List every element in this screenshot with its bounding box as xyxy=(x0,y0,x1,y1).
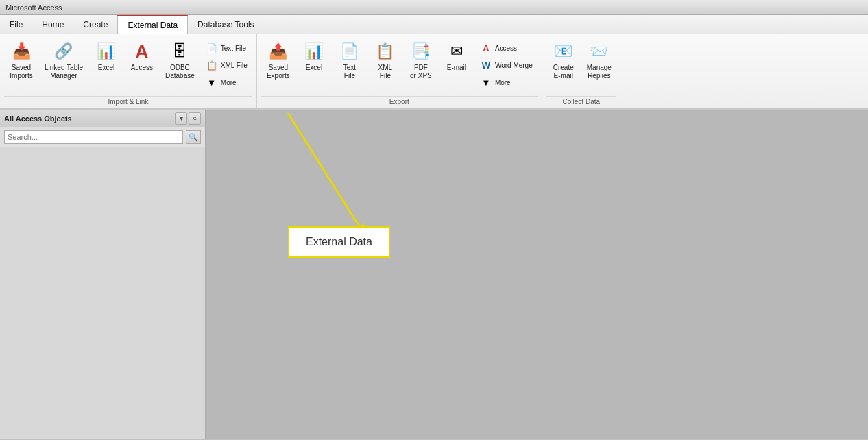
xml-file-import-button[interactable]: 📋 XML File xyxy=(201,57,252,73)
text-file-export-button[interactable]: 📄 TextFile xyxy=(333,37,367,84)
pdf-xps-export-icon: 📑 xyxy=(410,40,432,62)
import-link-content: 📥 SavedImports 🔗 Linked TableManager 📊 E… xyxy=(4,37,252,96)
word-merge-button[interactable]: W Word Merge xyxy=(475,57,538,73)
collect-data-content: 📧 CreateE-mail 📨 ManageReplies xyxy=(546,37,616,96)
text-file-import-icon: 📄 xyxy=(206,42,218,54)
search-bar: 🔍 xyxy=(0,127,205,147)
menu-database-tools[interactable]: Database Tools xyxy=(188,15,264,34)
ribbon-group-import-link: 📥 SavedImports 🔗 Linked TableManager 📊 E… xyxy=(0,34,257,108)
text-file-export-icon: 📄 xyxy=(339,40,361,62)
manage-replies-label: ManageReplies xyxy=(587,64,612,80)
xml-file-export-label: XMLFile xyxy=(378,64,393,80)
menu-create[interactable]: Create xyxy=(73,15,117,34)
saved-imports-button[interactable]: 📥 SavedImports xyxy=(4,37,38,84)
excel-import-button[interactable]: 📊 Excel xyxy=(89,37,123,75)
saved-exports-label: SavedExports xyxy=(267,64,290,80)
text-file-export-label: TextFile xyxy=(343,64,356,80)
sidebar: All Access Objects ▾ « 🔍 xyxy=(0,110,206,439)
menu-bar: File Home Create External Data Database … xyxy=(0,15,868,34)
ribbon-group-collect-data: 📧 CreateE-mail 📨 ManageReplies Collect D… xyxy=(542,34,620,108)
excel-import-icon: 📊 xyxy=(95,40,117,62)
excel-export-icon: 📊 xyxy=(303,40,325,62)
sidebar-expand-button[interactable]: ▾ xyxy=(175,112,187,125)
access-import-icon: A xyxy=(131,40,153,62)
title-bar: Microsoft Access xyxy=(0,0,868,15)
svg-line-0 xyxy=(288,113,363,233)
odbc-database-button[interactable]: 🗄 ODBCDatabase xyxy=(160,37,200,84)
import-small-btns: 📄 Text File 📋 XML File ▼ More xyxy=(201,37,252,90)
import-link-group-label: Import & Link xyxy=(4,96,252,108)
word-merge-icon: W xyxy=(480,59,492,71)
email-export-label: E-mail xyxy=(447,64,466,72)
text-file-import-label: Text File xyxy=(221,45,246,52)
sidebar-title: All Access Objects xyxy=(4,114,72,123)
pdf-xps-export-label: PDFor XPS xyxy=(410,64,432,80)
odbc-icon: 🗄 xyxy=(169,40,191,62)
saved-exports-button[interactable]: 📤 SavedExports xyxy=(261,37,296,84)
title-text: Microsoft Access xyxy=(5,3,62,12)
linked-table-manager-button[interactable]: 🔗 Linked TableManager xyxy=(40,37,88,84)
access-export-button[interactable]: A Access xyxy=(475,40,538,56)
content-area: External Data xyxy=(206,110,868,439)
search-button[interactable]: 🔍 xyxy=(186,130,201,144)
access-export-icon: A xyxy=(480,42,492,54)
xml-file-export-button[interactable]: 📋 XMLFile xyxy=(368,37,402,84)
sidebar-controls: ▾ « xyxy=(175,112,201,125)
menu-home[interactable]: Home xyxy=(32,15,73,34)
linked-table-icon: 🔗 xyxy=(53,40,75,62)
more-export-button[interactable]: ▼ More xyxy=(475,74,538,90)
create-email-button[interactable]: 📧 CreateE-mail xyxy=(546,37,581,84)
ribbon-group-export: 📤 SavedExports 📊 Excel 📄 TextFile 📋 XMLF… xyxy=(257,34,542,108)
more-export-icon: ▼ xyxy=(480,76,492,88)
access-import-label: Access xyxy=(131,64,153,72)
excel-export-label: Excel xyxy=(306,64,322,72)
email-export-icon: ✉ xyxy=(446,40,468,62)
xml-file-import-label: XML File xyxy=(221,62,248,69)
excel-export-button[interactable]: 📊 Excel xyxy=(297,37,331,75)
more-import-label: More xyxy=(221,79,237,86)
create-email-icon: 📧 xyxy=(553,40,575,62)
xml-file-import-icon: 📋 xyxy=(206,59,218,71)
sidebar-content xyxy=(0,147,205,439)
saved-imports-label: SavedImports xyxy=(10,64,32,80)
odbc-label: ODBCDatabase xyxy=(165,64,195,80)
linked-table-label: Linked TableManager xyxy=(45,64,83,80)
more-export-label: More xyxy=(495,79,511,86)
sidebar-collapse-button[interactable]: « xyxy=(189,112,201,125)
pdf-xps-export-button[interactable]: 📑 PDFor XPS xyxy=(404,37,438,84)
menu-file[interactable]: File xyxy=(0,15,32,34)
ribbon: 📥 SavedImports 🔗 Linked TableManager 📊 E… xyxy=(0,34,868,110)
manage-replies-button[interactable]: 📨 ManageReplies xyxy=(582,37,616,84)
email-export-button[interactable]: ✉ E-mail xyxy=(439,37,474,75)
xml-file-export-icon: 📋 xyxy=(374,40,396,62)
external-data-box: External Data xyxy=(288,226,390,258)
manage-replies-icon: 📨 xyxy=(588,40,610,62)
access-import-button[interactable]: A Access xyxy=(125,37,159,75)
create-email-label: CreateE-mail xyxy=(553,64,574,80)
word-merge-label: Word Merge xyxy=(495,62,533,69)
export-content: 📤 SavedExports 📊 Excel 📄 TextFile 📋 XMLF… xyxy=(261,37,538,96)
text-file-import-button[interactable]: 📄 Text File xyxy=(201,40,252,56)
menu-external-data[interactable]: External Data xyxy=(117,15,188,34)
more-import-button[interactable]: ▼ More xyxy=(201,74,252,90)
annotation-arrow xyxy=(206,110,868,439)
access-export-label: Access xyxy=(495,45,517,52)
main-area: All Access Objects ▾ « 🔍 External Data xyxy=(0,110,868,439)
collect-data-group-label: Collect Data xyxy=(546,96,616,108)
export-small-btns: A Access W Word Merge ▼ More xyxy=(475,37,538,90)
search-input[interactable] xyxy=(4,130,183,144)
excel-import-label: Excel xyxy=(98,64,114,72)
export-group-label: Export xyxy=(261,96,538,108)
saved-imports-icon: 📥 xyxy=(10,40,32,62)
external-data-label: External Data xyxy=(306,236,372,247)
more-import-icon: ▼ xyxy=(206,76,218,88)
sidebar-header: All Access Objects ▾ « xyxy=(0,110,205,127)
saved-exports-icon: 📤 xyxy=(267,40,289,62)
